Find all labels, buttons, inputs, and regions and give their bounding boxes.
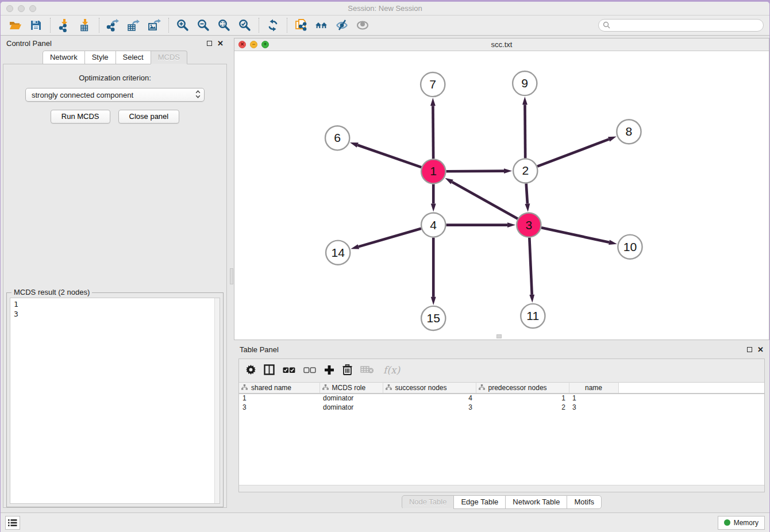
edge-1-6[interactable] — [357, 145, 421, 168]
column-header-predecessor-nodes[interactable]: predecessor nodes — [476, 383, 569, 394]
edge-3-10[interactable] — [541, 228, 609, 242]
graph-node-8[interactable]: 8 — [617, 119, 641, 144]
zoom-in-button[interactable] — [174, 17, 192, 33]
search-input[interactable] — [598, 19, 764, 32]
zoom-out-button[interactable] — [194, 17, 213, 33]
table-cell[interactable]: 2 — [476, 403, 569, 412]
table-row[interactable]: 1dominator411 — [239, 394, 764, 403]
table-hscrollbar[interactable] — [239, 485, 764, 492]
graph-node-10[interactable]: 10 — [618, 235, 642, 259]
table-cell[interactable]: 4 — [383, 394, 476, 403]
show-all-icon — [356, 18, 370, 32]
edge-4-14[interactable] — [359, 229, 421, 247]
table-cell[interactable]: 1 — [569, 394, 618, 403]
table-cell[interactable]: 3 — [569, 403, 618, 412]
tab-style[interactable]: Style — [84, 51, 116, 64]
mcds-result-line: 3 — [14, 309, 211, 319]
float-table-panel-icon[interactable] — [747, 347, 752, 352]
select-stepper-icon — [195, 90, 201, 101]
network-canvas[interactable]: 7968124314101511 — [234, 51, 769, 340]
canvas-hscroll-thumb[interactable] — [496, 334, 502, 338]
tab-select[interactable]: Select — [116, 51, 151, 64]
toolbar-group — [264, 17, 282, 33]
graph-node-11[interactable]: 11 — [521, 304, 545, 328]
graph-node-6[interactable]: 6 — [325, 126, 349, 150]
graph-node-14[interactable]: 14 — [326, 241, 350, 265]
tab-motifs[interactable]: Motifs — [567, 495, 602, 509]
graph-node-4[interactable]: 4 — [421, 213, 445, 237]
export-image-button[interactable] — [145, 17, 164, 33]
table-cell[interactable]: 3 — [239, 403, 319, 412]
graph-node-7[interactable]: 7 — [421, 72, 445, 97]
import-table-button[interactable] — [76, 17, 94, 33]
table-cell[interactable]: 1 — [239, 394, 319, 403]
tab-mcds[interactable]: MCDS — [151, 51, 187, 64]
toolbar-group — [292, 17, 372, 33]
zoom-fit-button[interactable] — [215, 17, 233, 33]
duplicate-network-button[interactable] — [292, 17, 310, 33]
table-cell[interactable]: 3 — [383, 403, 476, 412]
save-session-button[interactable] — [27, 17, 45, 33]
float-panel-icon[interactable] — [207, 41, 212, 46]
node-label: 8 — [626, 125, 633, 138]
network-graph[interactable]: 7968124314101511 — [234, 51, 769, 340]
toolbar-group — [6, 17, 45, 33]
edge-2-3[interactable] — [526, 183, 528, 203]
node-label: 2 — [522, 164, 529, 177]
show-all-button — [354, 17, 372, 33]
run-mcds-button[interactable]: Run MCDS — [51, 110, 110, 124]
graph-node-2[interactable]: 2 — [513, 159, 537, 183]
home-first-neighbors-button[interactable] — [313, 17, 331, 33]
right-column: ✕ − + scc.txt 7968124314101511 Table Pan… — [234, 36, 769, 512]
delete-column-button[interactable] — [342, 364, 352, 377]
export-network-button[interactable] — [104, 17, 122, 33]
task-history-button[interactable] — [5, 516, 20, 530]
result-scrollbar[interactable] — [214, 298, 220, 503]
column-header-shared-name[interactable]: shared name — [239, 383, 319, 394]
mcds-result-textarea[interactable]: 13 — [10, 298, 220, 504]
close-panel-icon[interactable]: ✕ — [217, 40, 224, 47]
import-network-button[interactable] — [55, 17, 74, 33]
column-header-MCDS-role[interactable]: MCDS role — [319, 383, 383, 394]
tab-edge-table[interactable]: Edge Table — [453, 495, 506, 509]
hide-selected-button[interactable] — [333, 17, 352, 33]
column-header-name[interactable]: name — [569, 383, 618, 394]
tab-network[interactable]: Network — [43, 51, 85, 64]
refresh-layout-button[interactable] — [264, 17, 282, 33]
graph-node-9[interactable]: 9 — [513, 71, 537, 95]
table-row[interactable]: 3dominator323 — [239, 403, 764, 412]
column-header-successor-nodes[interactable]: successor nodes — [383, 383, 476, 394]
column-visibility-button[interactable] — [264, 364, 275, 377]
export-table-button[interactable] — [125, 17, 143, 33]
edge-2-8[interactable] — [537, 139, 609, 166]
graph-node-15[interactable]: 15 — [421, 306, 445, 330]
export-table-icon — [127, 18, 141, 32]
edge-3-1[interactable] — [452, 182, 518, 219]
tab-network-table[interactable]: Network Table — [505, 495, 567, 509]
close-table-panel-icon[interactable]: ✕ — [757, 346, 764, 353]
graph-node-1[interactable]: 1 — [421, 159, 445, 183]
table-cell[interactable]: dominator — [319, 403, 383, 412]
edge-1-7[interactable] — [433, 106, 433, 159]
settings-gear-button[interactable] — [246, 365, 256, 376]
splitter-handle-icon[interactable] — [230, 268, 233, 284]
app-titlebar: Session: New Session — [1, 2, 769, 16]
flatten-tree-icon — [241, 384, 248, 392]
tab-node-table[interactable]: Node Table — [402, 495, 455, 509]
select-all-rows-button[interactable] — [283, 367, 295, 375]
add-column-button[interactable] — [324, 365, 334, 377]
edge-3-11[interactable] — [529, 238, 532, 295]
table-cell[interactable]: dominator — [319, 394, 383, 403]
zoom-selected-button[interactable] — [236, 17, 254, 33]
memory-button[interactable]: Memory — [718, 516, 765, 530]
table-cell[interactable]: 1 — [476, 394, 569, 403]
optimization-criterion-select[interactable]: strongly connected component — [25, 88, 205, 102]
graph-node-3[interactable]: 3 — [517, 213, 541, 237]
node-table: shared nameMCDS rolesuccessor nodesprede… — [239, 382, 764, 485]
deselect-all-rows-button[interactable] — [303, 367, 316, 375]
edge-2-9[interactable] — [525, 105, 525, 158]
close-panel-button[interactable]: Close panel — [118, 110, 180, 124]
panel-splitter[interactable] — [229, 36, 234, 512]
open-file-button[interactable] — [6, 17, 25, 33]
edge-1-2[interactable] — [446, 171, 504, 172]
